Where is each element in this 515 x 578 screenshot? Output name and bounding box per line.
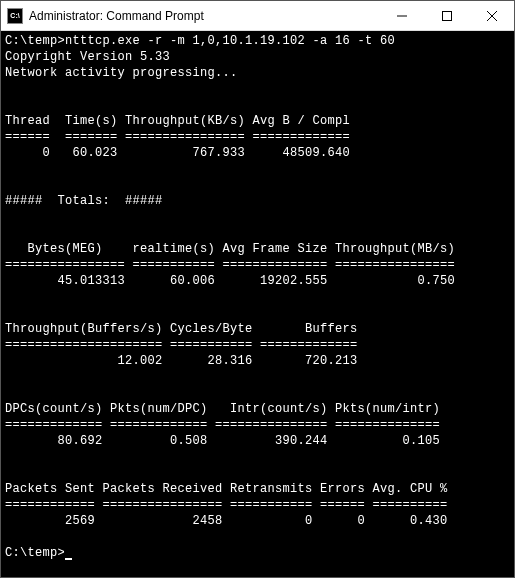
prompt: C:\temp> [5,34,65,48]
bytes-data-row: 45.013313 60.006 19202.555 0.750 [5,274,455,288]
thread-data-row: 0 60.023 767.933 48509.640 [5,146,350,160]
maximize-icon [442,11,452,21]
close-button[interactable] [469,1,514,30]
minimize-button[interactable] [379,1,424,30]
maximize-button[interactable] [424,1,469,30]
packets-separator: ============ ================ ==========… [5,498,448,512]
titlebar: C:\ Administrator: Command Prompt [1,1,514,31]
command-text: ntttcp.exe -r -m 1,0,10.1.19.102 -a 16 -… [65,34,395,48]
cursor [65,558,72,560]
copyright-line: Copyright Version 5.33 [5,50,170,64]
cmd-icon: C:\ [7,8,23,24]
svg-rect-1 [442,11,451,20]
thread-headers: Thread Time(s) Throughput(KB/s) Avg B / … [5,114,350,128]
dpcs-headers: DPCs(count/s) Pkts(num/DPC) Intr(count/s… [5,402,440,416]
thread-separator: ====== ======= ================ ========… [5,130,350,144]
packets-data-row: 2569 2458 0 0 0.430 [5,514,448,528]
packets-headers: Packets Sent Packets Received Retransmit… [5,482,448,496]
dpcs-data-row: 80.692 0.508 390.244 0.105 [5,434,440,448]
terminal-content[interactable]: C:\temp>ntttcp.exe -r -m 1,0,10.1.19.102… [1,31,514,577]
bytes-separator: ================ =========== ===========… [5,258,455,272]
bytes-headers: Bytes(MEG) realtime(s) Avg Frame Size Th… [5,242,455,256]
cmd-icon-text: C:\ [10,12,19,19]
window-title: Administrator: Command Prompt [29,9,379,23]
minimize-icon [397,11,407,21]
cmd-window: C:\ Administrator: Command Prompt C:\tem… [0,0,515,578]
dpcs-separator: ============= ============= ============… [5,418,440,432]
throughput-data-row: 12.002 28.316 720.213 [5,354,358,368]
network-activity-line: Network activity progressing... [5,66,238,80]
close-icon [487,11,497,21]
throughput-separator: ===================== =========== ======… [5,338,358,352]
prompt: C:\temp> [5,546,65,560]
window-controls [379,1,514,30]
throughput-headers: Throughput(Buffers/s) Cycles/Byte Buffer… [5,322,358,336]
totals-header: ##### Totals: ##### [5,194,163,208]
